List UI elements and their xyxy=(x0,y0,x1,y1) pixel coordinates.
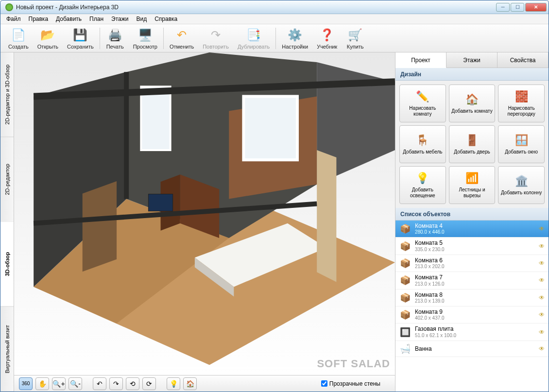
object-type-icon: 📦 xyxy=(399,257,411,269)
settings-button[interactable]: ⚙️ Настройки xyxy=(280,26,310,51)
create-button[interactable]: 📄 Создать xyxy=(6,26,31,51)
object-type-icon: 📦 xyxy=(399,292,411,304)
titlebar: Новый проект - Дизайн Интерьера 3D ─ ☐ ✕ xyxy=(0,0,549,14)
visibility-eye-icon[interactable]: 👁 xyxy=(539,345,545,352)
light-toggle-button[interactable]: 💡 xyxy=(167,377,180,390)
design-btn-column[interactable]: 🏛️ Добавить колонну xyxy=(498,166,545,204)
rotate-360-button[interactable]: 360 xyxy=(19,377,33,390)
transparent-walls-checkbox[interactable]: Прозрачные стены xyxy=(321,380,380,387)
menu-add[interactable]: Добавить xyxy=(52,15,86,23)
save-button[interactable]: 💾 Сохранить xyxy=(65,26,96,51)
object-list[interactable]: 📦 Комната 4 280.0 x 446.0 👁📦 Комната 5 3… xyxy=(395,221,549,392)
printer-icon: 🖨️ xyxy=(107,27,123,43)
menu-file[interactable]: Файл xyxy=(2,15,25,23)
draw-room-icon: ✏️ xyxy=(416,90,429,103)
app-window: Новый проект - Дизайн Интерьера 3D ─ ☐ ✕… xyxy=(0,0,549,392)
tab-properties[interactable]: Свойства xyxy=(498,52,549,68)
right-tab-strip: Проект Этажи Свойства xyxy=(395,52,549,68)
folder-open-icon: 📂 xyxy=(40,27,55,43)
design-section-header: Дизайн xyxy=(395,68,549,81)
object-type-icon: 📦 xyxy=(399,274,411,286)
undo-icon: ↶ xyxy=(174,27,189,43)
minimize-button[interactable]: ─ xyxy=(496,3,510,12)
add-room-icon: 🏠 xyxy=(465,93,479,106)
print-button[interactable]: 🖨️ Печать xyxy=(104,26,126,51)
visibility-eye-icon[interactable]: 👁 xyxy=(539,311,545,318)
visibility-eye-icon[interactable]: 👁 xyxy=(539,260,545,267)
tab-2d-3d-combined[interactable]: 2D-редактор и 3D-обзор xyxy=(0,52,14,137)
open-button[interactable]: 📂 Открыть xyxy=(35,26,60,51)
object-list-item[interactable]: 📦 Комната 4 280.0 x 446.0 👁 xyxy=(395,221,549,238)
cart-icon: 🛒 xyxy=(347,27,363,43)
visibility-eye-icon[interactable]: 👁 xyxy=(539,277,545,284)
duplicate-button[interactable]: 📑 Дублировать xyxy=(236,26,272,51)
stairs-icon: 📶 xyxy=(465,171,479,185)
new-file-icon: 📄 xyxy=(11,27,26,43)
design-actions-grid: ✏️ Нарисовать комнату🏠 Добавить комнату🧱… xyxy=(395,81,549,208)
menu-plan[interactable]: План xyxy=(86,15,107,23)
design-btn-draw-wall[interactable]: 🧱 Нарисовать перегородку xyxy=(498,85,545,122)
redo-button[interactable]: ↷ Повторить xyxy=(201,26,231,51)
object-list-item[interactable]: 📦 Комната 8 213.0 x 139.0 👁 xyxy=(395,290,549,307)
save-icon: 💾 xyxy=(72,27,88,43)
zoom-out-button[interactable]: 🔍- xyxy=(69,377,82,390)
object-list-item[interactable]: 📦 Комната 6 213.0 x 202.0 👁 xyxy=(395,255,549,272)
home-view-button[interactable]: 🏠 xyxy=(183,377,197,390)
design-btn-stairs[interactable]: 📶 Лестницы и вырезы xyxy=(449,166,496,204)
tab-virtual-visit[interactable]: Виртуальный визит xyxy=(0,307,14,392)
window-controls: ─ ☐ ✕ xyxy=(496,3,547,12)
design-btn-furniture[interactable]: 🪑 Добавить мебель xyxy=(399,125,446,163)
menu-help[interactable]: Справка xyxy=(151,15,181,23)
object-type-icon: 📦 xyxy=(399,223,411,235)
object-dimensions: 402.0 x 437.0 xyxy=(415,315,535,321)
orbit-right-button[interactable]: ⟳ xyxy=(142,377,156,390)
svg-rect-6 xyxy=(141,86,170,150)
menu-view[interactable]: Вид xyxy=(132,15,151,23)
rotate-left-button[interactable]: ↶ xyxy=(93,377,106,390)
orbit-left-button[interactable]: ⟲ xyxy=(126,377,139,390)
design-btn-window[interactable]: 🪟 Добавить окно xyxy=(498,125,545,163)
room-scene-svg xyxy=(14,52,395,365)
3d-canvas[interactable]: SOFT SALAD xyxy=(14,52,395,375)
design-btn-label: Добавить мебель xyxy=(403,149,442,155)
tutorial-button[interactable]: ❓ Учебник xyxy=(315,26,339,51)
menu-edit[interactable]: Правка xyxy=(25,15,52,23)
object-dimensions: 335.0 x 230.0 xyxy=(415,247,535,253)
tab-project[interactable]: Проект xyxy=(395,52,446,68)
object-name: Газовая плита xyxy=(415,325,535,332)
svg-rect-12 xyxy=(148,194,172,211)
tab-floors[interactable]: Этажи xyxy=(446,52,498,68)
design-btn-door[interactable]: 🚪 Добавить дверь xyxy=(449,125,496,163)
visibility-eye-icon[interactable]: 👁 xyxy=(539,225,545,232)
object-name: Комната 6 xyxy=(415,257,535,264)
design-btn-light[interactable]: 💡 Добавить освещение xyxy=(399,166,446,204)
undo-button[interactable]: ↶ Отменить xyxy=(168,26,196,51)
buy-button[interactable]: 🛒 Купить xyxy=(344,26,366,51)
design-btn-add-room[interactable]: 🏠 Добавить комнату xyxy=(449,85,496,122)
transparent-walls-input[interactable] xyxy=(321,380,327,387)
object-type-icon: 🔲 xyxy=(399,326,411,338)
visibility-eye-icon[interactable]: 👁 xyxy=(539,294,545,301)
left-tab-strip: 2D-редактор и 3D-обзор 2D-редактор 3D-об… xyxy=(0,52,14,392)
design-btn-label: Нарисовать перегородку xyxy=(500,105,542,117)
zoom-in-button[interactable]: 🔍+ xyxy=(52,377,66,390)
maximize-button[interactable]: ☐ xyxy=(511,3,524,12)
visibility-eye-icon[interactable]: 👁 xyxy=(539,329,545,336)
rotate-right-button[interactable]: ↷ xyxy=(109,377,123,390)
object-list-item[interactable]: 🔲 Газовая плита 51.0 x 62.1 x 100.0 👁 xyxy=(395,324,549,341)
tab-3d-view[interactable]: 3D-обзор xyxy=(0,222,14,307)
preview-button[interactable]: 🖥️ Просмотр xyxy=(131,26,159,51)
object-list-item[interactable]: 📦 Комната 9 402.0 x 437.0 👁 xyxy=(395,307,549,324)
visibility-eye-icon[interactable]: 👁 xyxy=(539,243,545,250)
object-list-item[interactable]: 📦 Комната 5 335.0 x 230.0 👁 xyxy=(395,238,549,255)
menu-floors[interactable]: Этажи xyxy=(107,15,132,23)
object-list-item[interactable]: 📦 Комната 7 213.0 x 126.0 👁 xyxy=(395,272,549,289)
objects-section-header: Список объектов xyxy=(395,208,549,221)
close-button[interactable]: ✕ xyxy=(525,3,547,12)
design-btn-draw-room[interactable]: ✏️ Нарисовать комнату xyxy=(399,85,446,122)
design-btn-label: Нарисовать комнату xyxy=(402,105,444,117)
pan-button[interactable]: ✋ xyxy=(35,377,49,390)
object-list-item[interactable]: 🛁 Ванна 👁 xyxy=(395,341,549,357)
tab-2d-editor[interactable]: 2D-редактор xyxy=(0,137,14,222)
object-name: Ванна xyxy=(415,345,535,352)
